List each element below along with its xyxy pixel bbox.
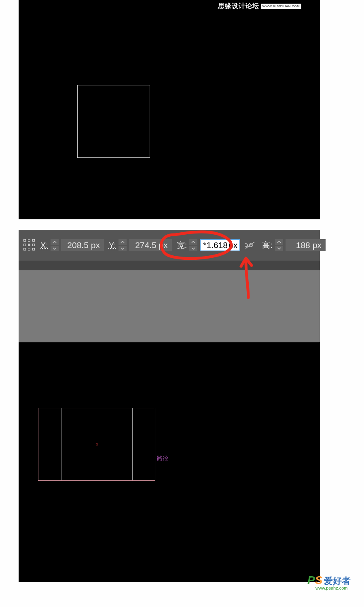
x-spinner[interactable] <box>51 239 59 251</box>
height-input[interactable]: 188 px <box>286 239 326 251</box>
y-input[interactable]: 274.5 px <box>129 239 172 251</box>
y-label: Y: <box>109 241 116 250</box>
watermark-url: www.psahz.com <box>315 586 364 590</box>
height-spinner[interactable] <box>275 239 283 251</box>
guide-line-left <box>61 408 61 480</box>
reference-point-icon[interactable] <box>23 239 36 251</box>
chevron-up-icon[interactable] <box>51 239 59 245</box>
watermark-bottom: PS爱好者 www.psahz.com <box>307 574 364 594</box>
watermark-top-url: WWW.MISSYUAN.COM <box>261 4 301 9</box>
watermark-top-text: 思缘设计论坛 <box>218 2 259 11</box>
toolbar-sub <box>19 261 320 270</box>
watermark-p: P <box>307 574 315 586</box>
selection-rectangle[interactable]: × <box>38 408 155 481</box>
canvas-artboard <box>19 270 320 342</box>
width-value-prefix: *1.618 <box>203 240 228 250</box>
options-bar: X: 208.5 px Y: 274.5 px 宽: *1.618 px <box>19 230 320 261</box>
watermark-s: S <box>315 574 323 586</box>
chevron-down-icon[interactable] <box>51 246 59 252</box>
guide-line-right <box>132 408 133 480</box>
width-label: 宽: <box>177 240 187 251</box>
chevron-up-icon[interactable] <box>189 239 197 245</box>
x-input[interactable]: 208.5 px <box>61 239 104 251</box>
chevron-down-icon[interactable] <box>119 246 127 252</box>
chevron-up-icon[interactable] <box>275 239 283 245</box>
width-input[interactable]: *1.618 px <box>200 239 240 251</box>
path-label: 路径 <box>157 455 168 462</box>
chevron-down-icon[interactable] <box>275 246 283 252</box>
height-label: 高: <box>262 240 273 251</box>
square-shape <box>77 85 150 158</box>
svg-line-0 <box>245 242 254 248</box>
x-label: X: <box>40 241 48 250</box>
canvas-black: × 路径 <box>19 342 320 582</box>
canvas-top: 思缘设计论坛 WWW.MISSYUAN.COM <box>19 0 320 219</box>
center-cross-icon: × <box>96 444 98 446</box>
watermark-cn: 爱好者 <box>324 576 351 586</box>
chevron-up-icon[interactable] <box>119 239 127 245</box>
chevron-down-icon[interactable] <box>189 246 197 252</box>
canvas-bottom-panel: X: 208.5 px Y: 274.5 px 宽: *1.618 px <box>19 230 320 582</box>
width-value-suffix: px <box>229 240 237 250</box>
width-spinner[interactable] <box>189 239 197 251</box>
y-spinner[interactable] <box>119 239 127 251</box>
watermark-top: 思缘设计论坛 WWW.MISSYUAN.COM <box>218 2 301 11</box>
link-dimensions-icon[interactable] <box>244 240 256 251</box>
